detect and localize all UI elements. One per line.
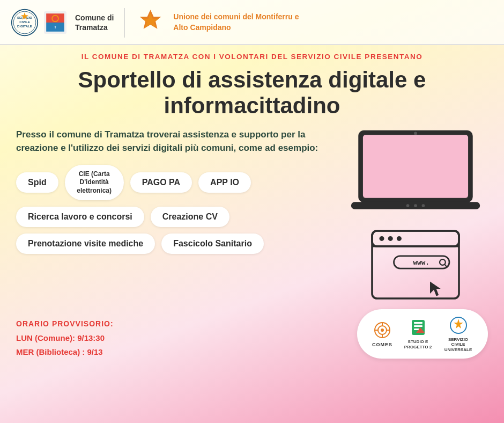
subtitle-banner: IL COMUNE DI TRAMATZA CON I VOLONTARI DE…	[16, 45, 488, 65]
pill-ricerca-lavoro: Ricerca lavoro e concorsi	[16, 207, 144, 227]
svg-point-19	[422, 204, 425, 207]
servizio-civile-universale-label: SERVIZIO CIVILE UNIVERSALE	[443, 337, 473, 353]
svg-text:www.: www.	[413, 258, 429, 266]
partner-servizio-civile: SERVIZIO CIVILE UNIVERSALE	[443, 316, 473, 353]
servizio-civile-logo: SERVIZIO CIVILE DIGITALE	[11, 9, 39, 37]
unione-text: Unione dei comuni del Montiferru e Alto …	[173, 12, 299, 33]
schedule-section: ORARIO PROVVISORIO: LUN (Comune): 9/13:3…	[16, 309, 488, 364]
svg-point-18	[414, 204, 417, 207]
pill-prenotazione: Prenotazione visite mediche	[16, 234, 155, 254]
comes-label: COMES	[372, 342, 392, 347]
studio-icon	[409, 318, 428, 337]
svg-marker-30	[430, 281, 441, 296]
svg-rect-14	[363, 135, 468, 198]
pill-fascicolo: Fascicolo Sanitario	[161, 234, 264, 254]
content-right: www.	[343, 128, 488, 305]
pills-row-2: Ricerca lavoro e concorsi Creazione CV	[16, 207, 332, 227]
servizio-civile-universale-icon	[449, 316, 468, 335]
svg-point-25	[397, 236, 402, 240]
pills-row-3: Prenotazione visite mediche Fascicolo Sa…	[16, 234, 332, 254]
svg-rect-39	[414, 322, 423, 324]
pill-cie: CIE (Carta D'identità elettronica)	[65, 165, 124, 201]
laptop-illustration	[349, 128, 483, 219]
browser-illustration: www.	[367, 224, 464, 305]
main-title: Sportello di assistenza digitale e infor…	[16, 65, 488, 128]
page-wrapper: SERVIZIO CIVILE DIGITALE T Comune di Tra…	[0, 0, 504, 423]
svg-marker-44	[454, 319, 463, 329]
header-divider	[124, 8, 125, 38]
header-right: Unione dei comuni del Montiferru e Alto …	[136, 8, 299, 38]
schedule-left: ORARIO PROVVISORIO: LUN (Comune): 9/13:3…	[16, 319, 357, 359]
svg-point-33	[381, 329, 384, 332]
svg-line-29	[444, 264, 447, 267]
header: SERVIZIO CIVILE DIGITALE T Comune di Tra…	[0, 0, 504, 45]
comes-icon	[373, 320, 392, 340]
svg-point-23	[380, 236, 384, 240]
content-left: Presso il comune di Tramatza troverai as…	[16, 128, 332, 305]
svg-rect-40	[414, 325, 423, 327]
schedule-right: COMES STUDIO E PROGETTO 2	[357, 309, 488, 359]
content-row: Presso il comune di Tramatza troverai as…	[16, 128, 488, 305]
svg-point-17	[406, 204, 410, 207]
pill-spid: Spid	[16, 172, 58, 193]
svg-text:CIVILE: CIVILE	[19, 20, 30, 24]
unione-logo	[136, 8, 166, 38]
description-text: Presso il comune di Tramatza troverai as…	[16, 128, 332, 155]
partner-studio: STUDIO E PROGETTO 2	[403, 318, 433, 349]
orario-line-1: LUN (Comune): 9/13:30	[16, 331, 357, 345]
comune-logo: T	[44, 11, 66, 34]
pill-pagopa: PAGO PA	[130, 172, 192, 193]
partners-pill: COMES STUDIO E PROGETTO 2	[357, 309, 488, 359]
svg-rect-21	[372, 231, 459, 246]
main-content: IL COMUNE DI TRAMATZA CON I VOLONTARI DE…	[0, 45, 504, 364]
pill-appio: APP IO	[198, 172, 251, 193]
pill-creazione-cv: Creazione CV	[151, 207, 229, 227]
orario-line-2: MER (Biblioteca) : 9/13	[16, 345, 357, 359]
comune-name: Comune di Tramatza	[75, 13, 114, 32]
studio-label: STUDIO E PROGETTO 2	[403, 339, 433, 349]
partner-comes: COMES	[372, 320, 392, 347]
header-left: SERVIZIO CIVILE DIGITALE T Comune di Tra…	[11, 9, 114, 37]
svg-point-24	[388, 236, 393, 240]
orario-title: ORARIO PROVVISORIO:	[16, 319, 357, 328]
pills-row-1: Spid CIE (Carta D'identità elettronica) …	[16, 165, 332, 201]
svg-text:DIGITALE: DIGITALE	[17, 25, 32, 28]
svg-point-16	[414, 132, 417, 135]
